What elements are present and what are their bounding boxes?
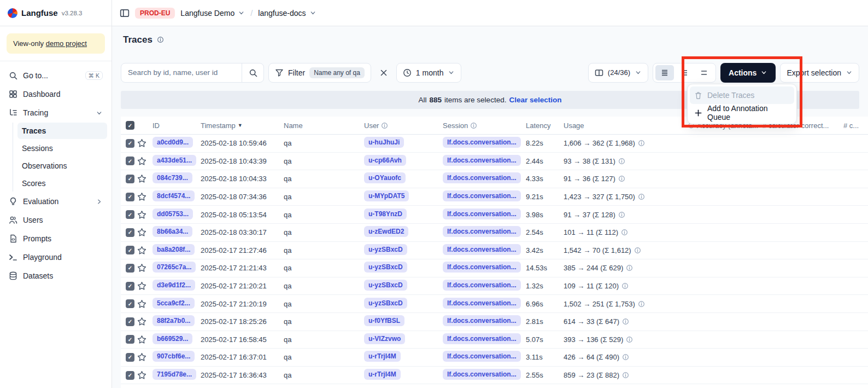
sidebar-item-scores[interactable]: Scores [17,175,107,192]
export-selection-button[interactable]: Export selection [780,63,859,83]
user-badge[interactable]: u-yzSBxcD [364,262,407,273]
info-icon[interactable] [638,140,645,147]
row-checkbox[interactable] [126,282,134,291]
info-icon[interactable] [622,318,629,325]
session-badge[interactable]: lf.docs.conversation... [443,172,521,183]
trace-id-badge[interactable]: 907cbf6e... [153,351,195,362]
info-icon[interactable] [622,372,629,379]
star-icon[interactable] [137,210,146,219]
filter-button[interactable]: Filter Name any of qa [268,63,371,83]
user-badge[interactable]: u-yzSBxcD [364,280,407,291]
user-badge[interactable]: u-OYauofc [364,172,406,183]
user-badge[interactable]: u-f0YfBSL [364,315,404,326]
project-switcher[interactable]: langfuse-docs [258,9,316,18]
session-badge[interactable]: lf.docs.conversation... [443,137,521,148]
row-checkbox[interactable] [126,210,134,219]
user-badge[interactable]: u-cp66Avh [364,155,406,166]
session-badge[interactable]: lf.docs.conversation... [443,280,521,291]
actions-button[interactable]: Actions [720,63,776,83]
star-icon[interactable] [137,299,146,309]
user-badge[interactable]: u-huJhuJi [364,137,404,148]
column-header-id[interactable]: ID [153,121,201,130]
sidebar-item-prompts[interactable]: Prompts [4,230,107,247]
info-icon[interactable] [621,282,629,289]
column-header-score-extra[interactable]: # c... [843,121,868,130]
session-badge[interactable]: lf.docs.conversation... [443,209,521,219]
session-badge[interactable]: lf.docs.conversation... [443,369,521,380]
menu-item-delete-traces[interactable]: Delete Traces [690,86,794,104]
row-height-large-button[interactable] [695,65,713,80]
select-all-checkbox[interactable] [126,121,134,130]
info-icon[interactable] [638,193,645,200]
star-icon[interactable] [137,138,146,148]
row-checkbox[interactable] [126,371,134,380]
star-icon[interactable] [137,281,146,291]
row-checkbox[interactable] [126,157,134,165]
trace-id-badge[interactable]: a0cd0d9... [153,137,193,148]
session-badge[interactable]: lf.docs.conversation... [443,333,521,344]
sidebar-item-sessions[interactable]: Sessions [17,140,107,157]
user-badge[interactable]: u-rTrjI4M [364,351,401,362]
star-icon[interactable] [137,335,146,344]
row-checkbox[interactable] [126,317,134,326]
column-header-user[interactable]: User [364,121,443,130]
sidebar-item-observations[interactable]: Observations [17,158,107,174]
trace-id-badge[interactable]: a433de51... [153,155,196,166]
user-badge[interactable]: u-rTrjI4M [364,369,401,380]
session-badge[interactable]: lf.docs.conversation... [443,262,521,273]
column-header-session[interactable]: Session [443,121,526,130]
trace-id-badge[interactable]: b669529... [153,333,192,344]
sidebar-toggle-icon[interactable] [120,8,130,18]
trace-id-badge[interactable]: 7195d78e... [153,369,196,380]
row-checkbox[interactable] [126,139,134,148]
trace-id-badge[interactable]: 8b66a34... [153,226,192,237]
sidebar-item-traces[interactable]: Traces [17,123,107,139]
trace-id-badge[interactable]: ba8a208f... [153,244,195,255]
star-icon[interactable] [137,228,146,237]
sidebar-item-dashboard[interactable]: Dashboard [4,85,107,103]
trace-id-badge[interactable]: 8dcf4574... [153,190,195,201]
star-icon[interactable] [137,174,146,183]
user-badge[interactable]: u-yzSBxcD [364,298,407,309]
trace-id-badge[interactable]: 5cca9cf2... [153,298,195,309]
row-height-medium-button[interactable] [675,65,694,80]
star-icon[interactable] [137,317,146,326]
star-icon[interactable] [137,370,146,380]
column-header-name[interactable]: Name [284,121,364,130]
trace-id-badge[interactable]: 084c739... [153,172,192,183]
session-badge[interactable]: lf.docs.conversation... [443,244,521,255]
trace-id-badge[interactable]: 07265c7a... [153,262,196,273]
session-badge[interactable]: lf.docs.conversation... [443,190,521,201]
user-badge[interactable]: u-T98YnzD [364,209,407,219]
goto-search[interactable]: Go to... ⌘ K [4,67,107,84]
row-checkbox[interactable] [126,264,134,273]
session-badge[interactable]: lf.docs.conversation... [443,351,521,362]
info-icon[interactable] [621,229,628,236]
search-input[interactable] [121,63,242,82]
row-checkbox[interactable] [126,193,134,201]
search-submit-button[interactable] [242,63,263,82]
info-icon[interactable] [638,300,645,308]
sidebar-item-datasets[interactable]: Datasets [4,267,107,285]
info-icon[interactable] [618,211,625,218]
trace-id-badge[interactable]: dd05753... [153,209,193,219]
star-icon[interactable] [137,192,146,201]
sidebar-item-evaluation[interactable]: Evaluation [4,193,107,210]
info-icon[interactable] [157,36,164,43]
trace-id-badge[interactable]: d3e9d1f2... [153,280,195,291]
info-icon[interactable] [626,336,633,343]
trace-id-badge[interactable]: 88f2a7b0... [153,315,195,326]
star-icon[interactable] [137,246,146,255]
session-badge[interactable]: lf.docs.conversation... [443,155,521,166]
column-header-usage[interactable]: Usage [564,121,688,130]
menu-item-add-to-annotation-queue[interactable]: Add to Annotation Queue [690,104,794,121]
session-badge[interactable]: lf.docs.conversation... [443,226,521,237]
row-checkbox[interactable] [126,246,134,254]
user-badge[interactable]: u-zEwdED2 [364,226,408,237]
row-checkbox[interactable] [126,299,134,308]
sidebar-item-playground[interactable]: Playground [4,248,107,266]
row-checkbox[interactable] [126,335,134,344]
user-badge[interactable]: u-MYpDAT5 [364,190,409,201]
user-badge[interactable]: u-VIZzvwo [364,333,405,344]
info-icon[interactable] [618,175,625,182]
